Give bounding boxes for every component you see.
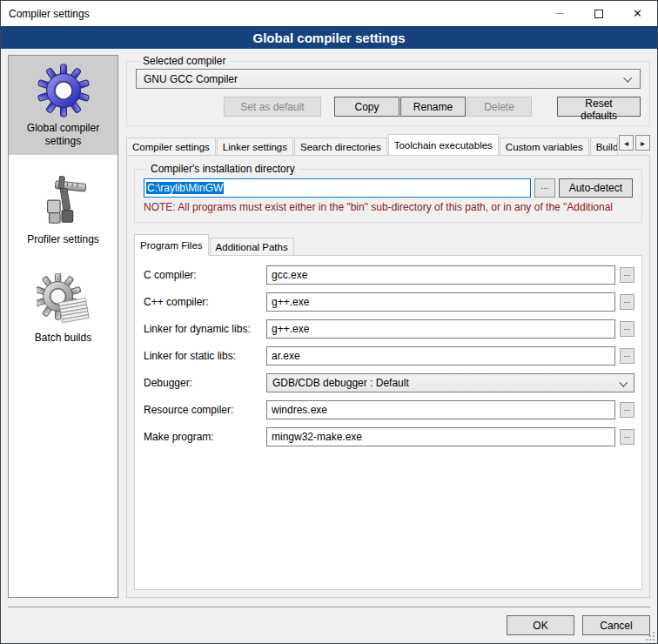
inner-tabstrip: Program FilesAdditional Paths [134, 233, 642, 255]
field-row-make-program: Make program:... [144, 427, 634, 446]
linker-for-static-libs-input[interactable] [266, 346, 615, 366]
compiler-settings-window: Compiler settings ✕ Global compiler sett… [0, 0, 658, 644]
window-title: Compiler settings [1, 8, 90, 20]
sidebar-item-batch-builds[interactable]: Batch builds [9, 265, 118, 352]
set-as-default-button[interactable]: Set as default [224, 97, 321, 117]
tab-label: Additional Paths [216, 242, 288, 252]
close-icon: ✕ [633, 8, 642, 19]
tab-label: Search directories [300, 142, 381, 152]
debugger-select[interactable]: GDB/CDB debugger : Default [266, 373, 634, 392]
close-button[interactable]: ✕ [618, 1, 657, 26]
tab-additional-paths[interactable]: Additional Paths [210, 238, 294, 256]
window-controls: ✕ [540, 1, 657, 26]
sidebar-item-global-compiler-settings[interactable]: Global compiler settings [9, 56, 118, 155]
tab-toolchain-executables[interactable]: Toolchain executables [388, 134, 499, 155]
field-row-c-compiler: C compiler:... [144, 265, 634, 285]
tab-scroll-right-button[interactable]: ▸ [635, 135, 650, 151]
program-files-panel: C compiler:...C++ compiler:...Linker for… [134, 255, 642, 590]
sidebar-item-label: Batch builds [35, 332, 91, 345]
field-row-debugger: Debugger:GDB/CDB debugger : Default [144, 373, 634, 392]
main-area: Selected compiler GNU GCC Compiler Set a… [126, 55, 650, 598]
installation-directory-row: C:\raylib\MinGW ... Auto-detect [144, 178, 633, 198]
selected-compiler-group: Selected compiler GNU GCC Compiler Set a… [126, 55, 650, 126]
sidebar-item-label: Profiler settings [27, 233, 99, 246]
chevron-down-icon [619, 378, 628, 386]
main-tabstrip-tabs: Compiler settingsLinker settingsSearch d… [126, 133, 619, 155]
tab-label: Toolchain executables [394, 140, 493, 151]
tab-label: Compiler settings [132, 142, 210, 152]
cancel-button[interactable]: Cancel [582, 615, 650, 635]
installation-directory-value: C:\raylib\MinGW [146, 182, 224, 194]
c-compiler-input[interactable] [266, 265, 615, 285]
gray-gear-stack-icon [37, 273, 91, 327]
resource-compiler-input[interactable] [266, 400, 615, 419]
installation-directory-group: Compiler's installation directory C:\ray… [134, 163, 642, 223]
tab-build-options[interactable]: Build options [590, 138, 618, 155]
select-value: GDB/CDB debugger : Default [272, 377, 409, 389]
c-compiler-browse-button[interactable]: ... [620, 267, 634, 283]
dialog-header: Global compiler settings [1, 26, 657, 49]
field-row-linker-for-static-libs: Linker for static libs:... [144, 346, 634, 366]
maximize-icon [594, 10, 603, 18]
rename-button[interactable]: Rename [400, 97, 466, 117]
compiler-select[interactable]: GNU GCC Compiler [136, 69, 641, 89]
field-row-linker-for-dynamic-libs: Linker for dynamic libs:... [144, 319, 634, 339]
field-row-resource-compiler: Resource compiler:... [144, 400, 634, 419]
compiler-select-value: GNU GCC Compiler [144, 73, 238, 85]
ok-button[interactable]: OK [507, 615, 574, 635]
resource-compiler-browse-button[interactable]: ... [620, 402, 634, 418]
tab-label: Custom variables [506, 142, 583, 152]
tab-label: Program Files [140, 240, 203, 251]
maximize-button[interactable] [579, 1, 618, 26]
reset-defaults-button[interactable]: Reset defaults [557, 97, 641, 117]
copy-button[interactable]: Copy [334, 97, 400, 117]
tab-custom-variables[interactable]: Custom variables [500, 138, 589, 155]
chevron-down-icon [623, 74, 632, 83]
tab-program-files[interactable]: Program Files [134, 234, 209, 256]
inner-tabstrip-tabs: Program FilesAdditional Paths [134, 233, 295, 255]
installation-directory-input[interactable]: C:\raylib\MinGW [144, 178, 531, 198]
tab-label: Linker settings [223, 142, 287, 152]
titlebar: Compiler settings ✕ [1, 1, 657, 26]
linker-for-dynamic-libs-browse-button[interactable]: ... [620, 321, 634, 337]
main-tabstrip: Compiler settingsLinker settingsSearch d… [126, 133, 650, 155]
compiler-actions: Set as defaultCopyRenameDeleteReset defa… [136, 97, 641, 117]
field-label: Linker for dynamic libs: [144, 323, 262, 335]
linker-for-static-libs-browse-button[interactable]: ... [620, 348, 634, 364]
minimize-button[interactable] [540, 1, 579, 26]
auto-detect-button[interactable]: Auto-detect [559, 178, 633, 198]
field-label: C compiler: [144, 269, 262, 281]
sidebar-item-profiler-settings[interactable]: Profiler settings [9, 167, 118, 253]
field-label: Linker for static libs: [144, 350, 262, 362]
field-row-c-compiler: C++ compiler:... [144, 292, 634, 312]
field-label: Resource compiler: [144, 404, 262, 416]
make-program-input[interactable] [266, 427, 615, 446]
minimize-icon [555, 13, 564, 14]
field-label: C++ compiler: [144, 296, 262, 308]
tab-compiler-settings[interactable]: Compiler settings [126, 138, 216, 155]
browse-directory-button[interactable]: ... [534, 178, 555, 198]
field-label: Make program: [144, 431, 262, 443]
installation-directory-group-label: Compiler's installation directory [147, 163, 299, 175]
settings-sidebar: Global compiler settings [8, 55, 118, 598]
delete-button[interactable]: Delete [467, 97, 532, 117]
make-program-browse-button[interactable]: ... [620, 429, 634, 445]
dialog-body: Global compiler settings [1, 49, 657, 607]
tab-linker-settings[interactable]: Linker settings [217, 138, 293, 155]
program-files-fields: C compiler:...C++ compiler:...Linker for… [144, 265, 634, 446]
c-compiler-input[interactable] [266, 292, 615, 312]
tab-label: Build options [596, 142, 618, 152]
linker-for-dynamic-libs-input[interactable] [266, 319, 615, 339]
tab-scroll-left-button[interactable]: ◂ [619, 135, 634, 151]
note-text: NOTE: All programs must exist either in … [144, 201, 633, 213]
caliper-icon [37, 175, 91, 229]
tab-search-directories[interactable]: Search directories [294, 138, 387, 155]
tab-scroll-arrows: ◂ ▸ [619, 135, 650, 151]
dialog-footer: OK Cancel [8, 607, 650, 643]
resize-grip[interactable] [646, 632, 655, 641]
blue-gear-icon [37, 64, 91, 117]
selected-compiler-group-label: Selected compiler [139, 55, 229, 67]
toolchain-executables-panel: Compiler's installation directory C:\ray… [126, 155, 650, 598]
c-compiler-browse-button[interactable]: ... [620, 294, 634, 310]
field-label: Debugger: [144, 377, 262, 389]
